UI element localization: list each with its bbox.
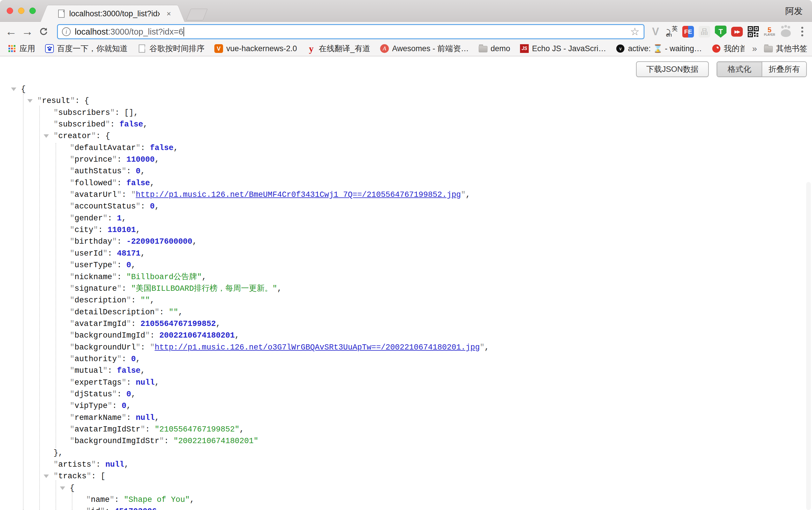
browser-tab[interactable]: localhost:3000/top_list?idx=6 × (50, 5, 175, 22)
bookmark-vue[interactable]: Vvue-hackernews-2.0 (214, 44, 297, 53)
json-line: "vipType": 0, (0, 400, 797, 412)
json-punctuation: , (124, 460, 129, 469)
collapse-triangle-icon[interactable] (27, 99, 33, 102)
page-info-icon[interactable]: i (62, 27, 71, 36)
json-line: "result": { (0, 95, 797, 107)
json-punctuation: , (150, 179, 154, 187)
json-key: avatarImgId (75, 320, 126, 328)
url-text[interactable]: localhost:3000/top_list?idx=6 (75, 27, 184, 37)
json-punctuation: , (216, 320, 221, 328)
json-key: result (42, 96, 70, 105)
tampermonkey-icon[interactable]: T (715, 26, 726, 37)
bookmark-apps[interactable]: 应用 (7, 43, 35, 54)
tab-close-icon[interactable]: × (164, 9, 173, 18)
collapse-triangle-icon[interactable] (44, 134, 49, 138)
json-line: "subscribed": false, (0, 119, 797, 130)
browser-profile-name[interactable]: 阿发 (785, 5, 803, 17)
paw-icon[interactable] (780, 26, 792, 37)
json-key: name (91, 496, 110, 504)
bookmark-label: demo (491, 44, 511, 53)
bookmark-weibo[interactable]: 我的首页 微博-随时… (712, 43, 745, 54)
bookmark-page[interactable]: 谷歌按时间排序 (138, 43, 204, 54)
bookmark-star-icon[interactable]: ☆ (630, 26, 640, 38)
collapse-triangle-icon[interactable] (11, 88, 16, 91)
vue-icon: V (214, 44, 223, 53)
bookmark-active[interactable]: ∨active: ⌛ - waiting… (616, 44, 702, 53)
json-line: "authority": 0, (0, 353, 797, 365)
bookmark-label: 谷歌按时间排序 (149, 43, 204, 54)
json-punctuation: , (155, 202, 160, 211)
json-value: 0 (131, 355, 136, 363)
fullscreen-window-button[interactable] (29, 7, 36, 14)
reload-icon (39, 27, 49, 37)
json-line: "subscribers": [], (0, 107, 797, 119)
collapse-triangle-icon[interactable] (44, 475, 49, 478)
translate-icon[interactable]: 英⤸en (666, 26, 678, 37)
html5-player-icon[interactable]: 5PLAYER (764, 26, 775, 37)
sitemap-icon[interactable]: 品 (699, 26, 710, 37)
fe-helper-icon[interactable]: FE (682, 26, 694, 37)
json-key: subscribed (58, 120, 105, 129)
download-json-button[interactable]: 下载JSON数据 (636, 61, 709, 77)
json-value: 0 (136, 167, 141, 176)
json-link-url[interactable]: http://p1.music.126.net/BmeUMF4Cr0f3431C… (136, 190, 461, 199)
collapse-all-button[interactable]: 折叠所有 (762, 62, 806, 77)
close-window-button[interactable] (7, 7, 13, 14)
bookmark-label: Awesomes - 前端资… (392, 43, 469, 54)
json-key: creator (58, 132, 91, 141)
json-key: userType (75, 261, 112, 270)
tab-title: localhost:3000/top_list?idx=6 (69, 9, 160, 18)
collapse-triangle-icon[interactable] (60, 486, 65, 490)
json-link-url[interactable]: http://p1.music.126.net/o3G7lWrGBQAvSRt3… (155, 343, 480, 352)
json-line: "birthday": -2209017600000, (0, 236, 797, 247)
json-line: "djStatus": 0, (0, 388, 797, 400)
minimize-window-button[interactable] (18, 7, 24, 14)
json-punctuation: { (105, 132, 110, 141)
json-punctuation: , (173, 144, 178, 152)
format-button[interactable]: 格式化 (717, 62, 762, 77)
url-bar[interactable]: i localhost:3000/top_list?idx=6 ☆ (57, 24, 644, 39)
json-punctuation: , (178, 308, 183, 317)
json-tree: {"result": {"subscribers": [],"subscribe… (0, 84, 797, 510)
json-key: nickname (75, 273, 112, 281)
video-speed-icon[interactable]: ▶▶ (731, 26, 743, 37)
window-titlebar: localhost:3000/top_list?idx=6 × 阿发 (0, 0, 812, 22)
other-bookmarks-folder[interactable]: 其他书签 (764, 43, 807, 54)
vue-devtools-icon[interactable]: V (650, 26, 661, 37)
reload-button[interactable] (37, 22, 51, 41)
json-key: province (75, 155, 112, 164)
json-value: 2105564767199852 (141, 320, 216, 328)
json-line: "gender": 1, (0, 213, 797, 224)
json-value: 0 (122, 401, 126, 410)
forward-button[interactable]: → (20, 22, 34, 41)
awesomes-icon: A (380, 44, 389, 53)
bookmark-label: active: ⌛ - waiting… (628, 44, 702, 53)
bookmark-label: Echo JS - JavaScri… (532, 44, 606, 53)
json-punctuation: , (239, 425, 244, 434)
json-line: "remarkName": null, (0, 412, 797, 424)
json-punctuation: , (141, 249, 145, 258)
new-tab-button[interactable] (186, 9, 208, 20)
browser-menu-icon[interactable] (796, 26, 808, 37)
bookmarks-overflow-chevron[interactable]: » (752, 43, 757, 54)
json-punctuation: [ (100, 472, 105, 481)
json-punctuation: , (155, 155, 160, 164)
folder-icon (479, 44, 487, 53)
json-key: city (75, 226, 93, 234)
qr-code-icon[interactable] (748, 26, 759, 37)
bookmark-folder[interactable]: demo (479, 44, 511, 53)
youdao-icon: y (307, 44, 316, 53)
bookmark-awesomes[interactable]: AAwesomes - 前端资… (380, 43, 469, 54)
json-line: "userType": 0, (0, 259, 797, 271)
bookmark-baidu[interactable]: 百度一下，你就知道 (45, 43, 128, 54)
json-key: gender (75, 214, 103, 223)
back-button[interactable]: ← (4, 22, 18, 41)
bookmark-echojs[interactable]: JSEcho JS - JavaScri… (520, 44, 606, 53)
bookmark-youdao[interactable]: y在线翻译_有道 (307, 43, 370, 54)
json-value: null (105, 460, 124, 469)
scrollbar[interactable] (806, 182, 811, 510)
json-key: expertTags (75, 378, 122, 387)
json-key: accountStatus (75, 202, 136, 211)
folder-icon (764, 46, 773, 52)
json-string-value: "Shape of You" (124, 496, 190, 504)
